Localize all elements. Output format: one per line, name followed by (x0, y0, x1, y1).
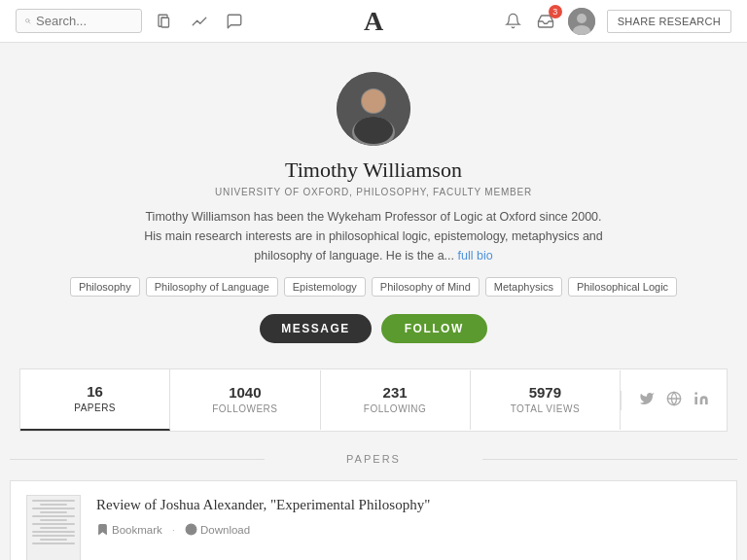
svg-rect-4 (161, 18, 169, 27)
papers-section-title: PAPERS (10, 453, 737, 465)
profile-name: Timothy Williamson (285, 158, 462, 183)
svg-rect-15 (694, 397, 697, 404)
tag-item[interactable]: Metaphysics (485, 277, 562, 297)
search-bar[interactable] (16, 9, 142, 33)
download-icon (185, 523, 197, 536)
profile-section: Timothy Williamson UNIVERSITY OF OXFORD,… (0, 43, 747, 368)
header-right-icons: 3 SHARE RESEARCH (503, 8, 731, 35)
header: A 3 SHARE RESEARCH (0, 0, 747, 43)
bookmark-icon (96, 523, 109, 536)
notification-badge-container: 3 (535, 11, 556, 32)
follow-button[interactable]: FOLLOW (381, 314, 487, 343)
social-icons (621, 391, 727, 410)
main-content: Timothy Williamson UNIVERSITY OF OXFORD,… (0, 43, 747, 560)
notification-count: 3 (549, 5, 562, 18)
stat-following[interactable]: 231 FOLLOWING (321, 370, 471, 430)
notification-bell-btn[interactable] (503, 11, 523, 31)
profile-university: UNIVERSITY OF OXFORD, PHILOSOPHY, FACULT… (215, 187, 532, 197)
avatar-image (337, 72, 410, 146)
analytics-icon-btn[interactable] (189, 11, 210, 32)
bookmark-button[interactable]: Bookmark (96, 523, 162, 536)
tag-item[interactable]: Philosophy of Mind (372, 277, 480, 297)
twitter-icon[interactable] (639, 391, 655, 410)
tags-row: PhilosophyPhilosophy of LanguageEpistemo… (70, 277, 677, 297)
search-icon (24, 15, 31, 27)
stats-bar: 16 PAPERS 1040 FOLLOWERS 231 FOLLOWING 5… (19, 368, 728, 432)
linkedin-icon[interactable] (694, 391, 709, 410)
full-bio-link[interactable]: full bio (458, 249, 493, 262)
paper-thumbnail (26, 495, 81, 560)
message-button[interactable]: MESSAGE (260, 314, 372, 343)
paper-title[interactable]: Review of Joshua Alexander, "Experimenta… (96, 495, 721, 515)
tag-item[interactable]: Philosophical Logic (568, 277, 677, 297)
profile-avatar (337, 72, 410, 146)
user-avatar[interactable] (568, 8, 595, 35)
share-research-button[interactable]: SHARE RESEARCH (607, 10, 731, 33)
site-logo[interactable]: A (364, 6, 383, 37)
stat-total-views[interactable]: 5979 TOTAL VIEWS (471, 370, 621, 430)
paper-actions: Bookmark · Download (96, 523, 721, 536)
tag-item[interactable]: Epistemology (284, 277, 366, 297)
action-buttons: MESSAGE FOLLOW (260, 314, 487, 343)
papers-icon-btn[interactable] (154, 11, 175, 32)
svg-point-12 (354, 117, 393, 144)
stat-followers[interactable]: 1040 FOLLOWERS (170, 370, 320, 430)
nav-icons (154, 11, 245, 32)
messages-icon-btn[interactable] (224, 11, 245, 32)
svg-point-6 (577, 14, 587, 23)
stat-papers[interactable]: 16 PAPERS (20, 369, 170, 431)
paper-item: Review of Joshua Alexander, "Experimenta… (10, 480, 737, 560)
download-button[interactable]: Download (185, 523, 250, 536)
search-input[interactable] (36, 14, 133, 28)
paper-info: Review of Joshua Alexander, "Experimenta… (96, 495, 721, 536)
tag-item[interactable]: Philosophy of Language (146, 277, 278, 297)
tag-item[interactable]: Philosophy (70, 277, 140, 297)
papers-section: PAPERS Review of Joshua Alexander, "Expe… (0, 432, 747, 560)
website-icon[interactable] (666, 391, 682, 410)
profile-bio: Timothy Williamson has been the Wykeham … (140, 207, 607, 265)
svg-point-16 (694, 392, 697, 395)
svg-point-11 (362, 89, 385, 113)
